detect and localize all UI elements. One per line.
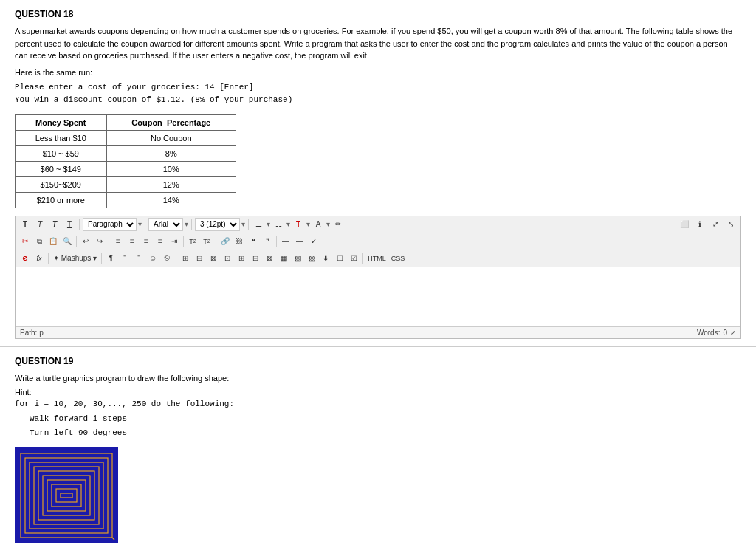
select-arrow-font: ▾ [185, 220, 188, 228]
table10-button[interactable]: ▨ [305, 252, 318, 265]
source-button[interactable]: ⊘ [18, 252, 32, 265]
table5-button[interactable]: ⊞ [235, 252, 248, 265]
select-arrow-size: ▾ [241, 220, 245, 228]
checkbox-button[interactable]: ☐ [333, 252, 346, 265]
blockquote-right-button[interactable]: ❞ [261, 235, 274, 248]
q19-step1: Walk forward i steps [30, 413, 741, 426]
q18-title: QUESTION 18 [15, 9, 741, 19]
link-button[interactable]: 🔗 [219, 235, 232, 248]
highlight-button[interactable]: A [312, 218, 325, 231]
table-row: $60 ~ $149 10% [16, 161, 236, 176]
circle-button[interactable]: © [160, 252, 173, 265]
html-button[interactable]: HTML [365, 252, 388, 265]
table4-button[interactable]: ⊡ [221, 252, 234, 265]
checkmark-button[interactable]: ✓ [307, 235, 320, 248]
italic-button[interactable]: T [33, 218, 47, 231]
table-cell-money: $210 or more [16, 192, 107, 208]
underline-button[interactable]: T [63, 218, 76, 231]
align-right-button[interactable]: ≡ [140, 235, 153, 248]
table-row: $210 or more 14% [16, 192, 236, 208]
separator [216, 236, 216, 247]
checkbox2-button[interactable]: ☑ [347, 252, 360, 265]
table6-button[interactable]: ⊟ [249, 252, 262, 265]
mashups-button[interactable]: ✦ Mashups ▾ [51, 252, 99, 265]
toolbar-row-3: ⊘ fx ✦ Mashups ▾ ¶ " " ☺ © ⊞ ⊟ ⊠ ⊡ ⊞ ⊟ ⊠… [16, 250, 740, 267]
superscript-button[interactable]: T2 [186, 235, 199, 248]
table-cell-coupon: 10% [106, 161, 236, 176]
separator [145, 219, 145, 230]
collapse-button[interactable]: ⤡ [724, 218, 738, 231]
separator [176, 253, 176, 264]
image-button[interactable]: ⬜ [678, 218, 691, 231]
separator [276, 236, 277, 247]
align-center-button[interactable]: ≡ [126, 235, 139, 248]
expand-button[interactable]: ⤢ [709, 218, 722, 231]
table-cell-money: $60 ~ $149 [16, 161, 107, 176]
coupon-table: Money Spent Coupon Percentage Less than … [15, 114, 236, 208]
hr2-button[interactable]: — [293, 235, 306, 248]
table7-button[interactable]: ⊠ [263, 252, 276, 265]
separator [101, 253, 102, 264]
find-button[interactable]: 🔍 [61, 235, 74, 248]
path-value: p [39, 329, 44, 337]
resize-icon[interactable]: ⤢ [730, 329, 736, 337]
table2-button[interactable]: ⊟ [193, 252, 206, 265]
undo-button[interactable]: ↩ [79, 235, 92, 248]
olist-arrow: ▾ [286, 220, 290, 228]
table-cell-coupon: 8% [106, 145, 236, 161]
separator [362, 253, 363, 264]
code-line-1: Please enter a cost of your groceries: 1… [15, 81, 741, 95]
font-color-button[interactable]: T [292, 218, 305, 231]
toolbar-row-2: ✂ ⧉ 📋 🔍 ↩ ↪ ≡ ≡ ≡ ≡ ⇥ T2 T2 🔗 ⛓ ❝ [16, 233, 740, 250]
subscript-button[interactable]: T2 [200, 235, 213, 248]
select-arrow-paragraph: ▾ [138, 220, 142, 228]
right-icons: ⬜ ℹ ⤢ ⤡ [678, 218, 738, 231]
table3-button[interactable]: ⊠ [207, 252, 220, 265]
copy-button[interactable]: ⧉ [32, 235, 46, 248]
page: QUESTION 18 A supermarket awards coupons… [0, 0, 756, 559]
separator [79, 219, 80, 230]
table9-button[interactable]: ▧ [291, 252, 304, 265]
ordered-list-button[interactable]: ☷ [272, 218, 285, 231]
unordered-list-button[interactable]: ☰ [252, 218, 265, 231]
font-select[interactable]: Arial [148, 218, 183, 231]
css-button[interactable]: CSS [389, 252, 408, 265]
bold-italic-button[interactable]: T [48, 218, 61, 231]
separator [109, 236, 109, 247]
footer-right: Words: 0 ⤢ [697, 329, 736, 337]
table-cell-money: Less than $10 [16, 130, 107, 145]
eraser-button[interactable]: ✏ [331, 218, 345, 231]
table-cell-money: $150~$209 [16, 176, 107, 192]
separator [76, 236, 77, 247]
table8-button[interactable]: ▦ [277, 252, 290, 265]
unlink-button[interactable]: ⛓ [233, 235, 246, 248]
spiral-svg [15, 447, 118, 543]
cut-button[interactable]: ✂ [18, 235, 32, 248]
paragraph-mark-button[interactable]: ¶ [104, 252, 117, 265]
size-select[interactable]: 3 (12pt) [195, 218, 240, 231]
table-row: $10 ~ $59 8% [16, 145, 236, 161]
q19-hint-label: Hint: [15, 388, 741, 397]
hr-button[interactable]: — [279, 235, 292, 248]
align-left-button[interactable]: ≡ [111, 235, 125, 248]
bold-button[interactable]: T [18, 218, 32, 231]
quote-button[interactable]: " [118, 252, 131, 265]
path-info: Path: p [20, 329, 44, 337]
paste-button[interactable]: 📋 [47, 235, 60, 248]
blockquote-left-button[interactable]: ❝ [247, 235, 260, 248]
redo-button[interactable]: ↪ [93, 235, 106, 248]
indent-button[interactable]: ⇥ [168, 235, 181, 248]
info-button[interactable]: ℹ [693, 218, 707, 231]
col-header-money: Money Spent [16, 114, 107, 130]
download-button[interactable]: ⬇ [319, 252, 332, 265]
formula-button[interactable]: fx [32, 252, 46, 265]
editor-content[interactable] [16, 267, 740, 326]
align-justify-button[interactable]: ≡ [154, 235, 167, 248]
table-button[interactable]: ⊞ [179, 252, 192, 265]
q19-title: QUESTION 19 [15, 356, 741, 366]
table-cell-coupon: 12% [106, 176, 236, 192]
quote2-button[interactable]: " [132, 252, 145, 265]
paragraph-select[interactable]: Paragraph [83, 218, 137, 231]
separator [191, 219, 192, 230]
smiley-button[interactable]: ☺ [146, 252, 159, 265]
